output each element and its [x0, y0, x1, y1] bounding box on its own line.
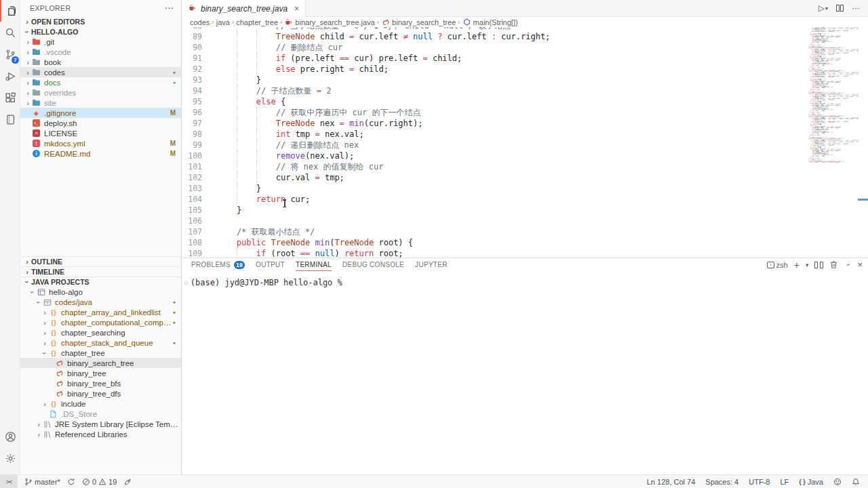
- more-actions-icon[interactable]: ···: [165, 4, 175, 12]
- activitybar-extensions-icon[interactable]: [0, 87, 20, 108]
- explorer-item-codes[interactable]: ›codes●: [20, 67, 181, 77]
- sync-button[interactable]: [67, 478, 75, 486]
- breadcrumb-java[interactable]: java: [216, 18, 230, 26]
- java-project-item-codes-java[interactable]: ›codes/java●: [20, 297, 181, 307]
- panel-tab-jupyter[interactable]: JUPYTER: [415, 258, 448, 271]
- explorer-item--git[interactable]: ›.git: [20, 37, 181, 47]
- shell-icon: ›_: [31, 119, 41, 127]
- panel-tab-problems[interactable]: PROBLEMS19: [191, 258, 245, 271]
- java-project-item-binary-search-tree[interactable]: binary_search_tree: [20, 358, 181, 368]
- git-branch-status[interactable]: master*: [24, 478, 60, 486]
- sync-icon: [67, 478, 75, 486]
- explorer-item-docs[interactable]: ›docs●: [20, 77, 181, 87]
- line-number: 90: [182, 42, 202, 53]
- eol-sequence[interactable]: LF: [780, 478, 789, 486]
- activitybar-account-icon[interactable]: [0, 426, 20, 447]
- java-projects-section[interactable]: › JAVA PROJECTS: [20, 277, 181, 287]
- terminal[interactable]: ○ (base) jyd@JYD-MBP hello-algo %: [182, 271, 868, 287]
- explorer-item-site[interactable]: ›site: [20, 98, 181, 108]
- java-project-item-hello-algo[interactable]: ›hello-algo: [20, 287, 181, 297]
- overview-ruler[interactable]: [859, 27, 868, 258]
- item-label: .DS_Store: [61, 410, 97, 418]
- explorer-item--gitignore[interactable]: ◆.gitignoreM: [20, 108, 181, 118]
- project-root-section[interactable]: › HELLO-ALGO: [20, 26, 181, 37]
- explorer-item-mkdocs-yml[interactable]: !mkdocs.ymlM: [20, 138, 181, 148]
- java-status-rocket[interactable]: [123, 478, 132, 486]
- problems-status[interactable]: 0 19: [82, 478, 117, 486]
- explorer-item-deploy-sh[interactable]: ›_deploy.sh: [20, 118, 181, 128]
- file-icon: [48, 409, 58, 418]
- sidebar-title: EXPLORER: [30, 4, 71, 12]
- chevron-right-icon: ›: [24, 89, 31, 97]
- java-project-item-chapter-tree[interactable]: ›{ }chapter_tree: [20, 348, 181, 358]
- breadcrumb-codes[interactable]: codes: [190, 18, 210, 26]
- breadcrumb-chapter-tree[interactable]: chapter_tree: [236, 18, 278, 26]
- activitybar-notebook-icon[interactable]: [0, 108, 20, 130]
- breadcrumb-binary-search-tree[interactable]: binary_search_tree: [381, 18, 456, 26]
- java-project-item-chapter-computational-complexity[interactable]: ›{ }chapter_computational_complexity●: [20, 317, 181, 327]
- explorer-item--vscode[interactable]: ›.vscode: [20, 47, 181, 57]
- folder-icon: [31, 88, 41, 97]
- notifications-bell-icon[interactable]: [852, 478, 860, 486]
- outline-section[interactable]: › OUTLINE: [20, 256, 181, 266]
- tab-binary-search-tree[interactable]: binary_search_tree.java ×: [182, 0, 306, 17]
- run-button[interactable]: ▷▾: [818, 3, 828, 13]
- chevron-right-icon: ›: [23, 268, 31, 276]
- terminal-dropdown-icon[interactable]: ▾: [806, 262, 809, 268]
- branch-icon: [24, 478, 33, 486]
- editor-more-actions-icon[interactable]: ···: [852, 3, 860, 13]
- explorer-item-readme-md[interactable]: iREADME.mdM: [20, 148, 181, 159]
- activitybar-run-debug-icon[interactable]: [0, 65, 20, 87]
- panel-tab-terminal[interactable]: TERMINAL: [296, 258, 332, 271]
- explorer-item-license[interactable]: ≡LICENSE: [20, 128, 181, 138]
- code-line-108: 108public TreeNode min(TreeNode root) {: [182, 237, 807, 248]
- feedback-smiley-icon[interactable]: [833, 478, 842, 486]
- class-icon: [381, 18, 390, 26]
- split-editor-button[interactable]: [836, 5, 844, 12]
- java-project-item-include[interactable]: ›{ }include: [20, 399, 181, 409]
- open-editors-section[interactable]: › OPEN EDITORS: [20, 16, 181, 26]
- panel-tab-debug-console[interactable]: DEBUG CONSOLE: [342, 258, 404, 271]
- panel-tab-output[interactable]: OUTPUT: [256, 258, 285, 271]
- timeline-section[interactable]: › TIMELINE: [20, 266, 181, 277]
- code-line-109: 109if (root == null) return root;: [182, 248, 807, 258]
- line-number: 109: [182, 248, 202, 258]
- branch-name: master*: [35, 478, 60, 486]
- java-project-item--ds-store[interactable]: .DS_Store: [20, 409, 181, 419]
- new-terminal-button[interactable]: +: [794, 260, 800, 270]
- cursor-position[interactable]: Ln 128, Col 74: [647, 478, 696, 486]
- git-modified-badge: M: [170, 150, 176, 157]
- breadcrumb-binary-search-tree-java[interactable]: binary_search_tree.java: [284, 18, 374, 26]
- language-mode[interactable]: { } Java: [799, 478, 823, 486]
- java-project-item-jre-system-library-eclipse-temurin-17-17-[interactable]: ›JRE System Library [Eclipse Temurin 17 …: [20, 419, 181, 429]
- line-number: 94: [182, 85, 202, 96]
- indentation[interactable]: Spaces: 4: [705, 478, 738, 486]
- class-icon: [54, 389, 64, 398]
- gitignore-icon: ◆: [31, 108, 41, 117]
- java-project-item-referenced-libraries[interactable]: ›Referenced Libraries: [20, 429, 181, 439]
- java-project-item-binary-tree-dfs[interactable]: binary_tree_dfs: [20, 388, 181, 399]
- code-editor[interactable]: 88// 当子结点数量 = 0 / 1 时， child = null / 该子…: [182, 27, 868, 258]
- minimap[interactable]: // 当子结点数量 = 0 / 1 时， child = null / 该子结点…: [807, 27, 859, 183]
- java-project-item-chapter-stack-and-queue[interactable]: ›{ }chapter_stack_and_queue●: [20, 338, 181, 348]
- java-project-item-binary-tree-bfs[interactable]: binary_tree_bfs: [20, 378, 181, 388]
- explorer-item-book[interactable]: ›book: [20, 57, 181, 67]
- activitybar-source-control-icon[interactable]: 7: [0, 43, 20, 65]
- remote-indicator[interactable]: ><: [0, 475, 18, 488]
- explorer-item-overrides[interactable]: ›overrides: [20, 87, 181, 98]
- java-project-item-binary-tree[interactable]: binary_tree: [20, 368, 181, 378]
- breadcrumb-main-string-[interactable]: main(String[]): [462, 18, 518, 26]
- java-project-item-chapter-searching[interactable]: ›{ }chapter_searching: [20, 327, 181, 338]
- close-tab-icon[interactable]: ×: [294, 4, 299, 14]
- java-project-item-chapter-array-and-linkedlist[interactable]: ›{ }chapter_array_and_linkedlist●: [20, 307, 181, 317]
- close-panel-icon[interactable]: ×: [857, 260, 863, 270]
- panel-tabs: PROBLEMS19OUTPUTTERMINALDEBUG CONSOLEJUP…: [191, 258, 458, 271]
- terminal-profile-button[interactable]: ›zsh: [767, 261, 788, 269]
- kill-terminal-icon[interactable]: [829, 260, 838, 269]
- activitybar-settings-icon[interactable]: [0, 447, 20, 469]
- split-terminal-button[interactable]: [814, 262, 823, 268]
- activitybar-explorer-icon[interactable]: [0, 0, 20, 22]
- activitybar-search-icon[interactable]: [0, 22, 20, 43]
- encoding[interactable]: UTF-8: [749, 478, 770, 486]
- maximize-panel-icon[interactable]: ›: [844, 261, 851, 269]
